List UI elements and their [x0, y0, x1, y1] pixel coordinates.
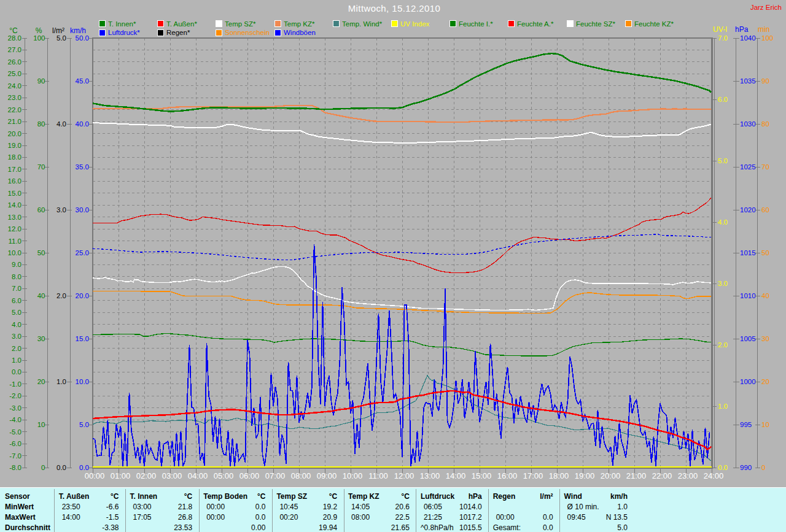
svg-text:Feuchte KZ*: Feuchte KZ*: [634, 20, 674, 28]
svg-text:24.0: 24.0: [8, 82, 21, 90]
svg-text:^0.8hPa/h: ^0.8hPa/h: [421, 523, 454, 532]
svg-text:995: 995: [740, 421, 752, 428]
svg-text:0.0: 0.0: [543, 523, 553, 532]
svg-text:10: 10: [37, 421, 45, 428]
svg-text:Feuchte I.*: Feuchte I.*: [459, 20, 493, 28]
svg-text:990: 990: [740, 464, 752, 471]
svg-text:03:00: 03:00: [133, 503, 152, 511]
svg-text:T. Außen*: T. Außen*: [166, 20, 197, 28]
svg-text:4.0: 4.0: [718, 218, 728, 226]
svg-text:1015.5: 1015.5: [459, 523, 482, 532]
svg-text:13:00: 13:00: [420, 471, 440, 480]
svg-text:-1.0: -1.0: [9, 380, 21, 388]
svg-text:T. Innen*: T. Innen*: [108, 20, 136, 28]
svg-text:27.0: 27.0: [8, 46, 21, 53]
svg-text:20.6: 20.6: [395, 503, 410, 511]
svg-text:Gesamt:: Gesamt:: [493, 523, 521, 532]
svg-text:20.9: 20.9: [323, 513, 338, 522]
svg-text:03:00: 03:00: [162, 471, 182, 480]
svg-text:0.0: 0.0: [79, 464, 89, 471]
svg-text:21:00: 21:00: [626, 471, 647, 480]
svg-text:km/h: km/h: [70, 26, 86, 35]
svg-text:07:00: 07:00: [265, 471, 286, 480]
svg-text:90: 90: [37, 77, 45, 85]
svg-text:00:00: 00:00: [85, 471, 105, 480]
svg-text:5.0: 5.0: [56, 34, 66, 42]
svg-text:Temp KZ*: Temp KZ*: [284, 20, 315, 28]
svg-text:06:00: 06:00: [239, 471, 260, 480]
svg-text:Feuchte A.*: Feuchte A.*: [517, 20, 554, 28]
svg-text:50: 50: [37, 249, 45, 256]
svg-text:7.0: 7.0: [718, 34, 728, 42]
svg-text:3.0: 3.0: [718, 280, 728, 287]
svg-text:6.0: 6.0: [12, 297, 21, 304]
svg-text:Temp Boden: Temp Boden: [203, 492, 247, 501]
svg-text:70: 70: [761, 163, 769, 171]
svg-text:1025: 1025: [740, 163, 756, 171]
svg-text:25.0: 25.0: [76, 249, 89, 256]
svg-text:26.0: 26.0: [8, 58, 21, 66]
svg-text:Luftdruck: Luftdruck: [421, 492, 455, 501]
svg-text:1017.2: 1017.2: [459, 513, 482, 522]
svg-text:Durchschnitt: Durchschnitt: [5, 523, 50, 532]
svg-text:7.0: 7.0: [12, 285, 21, 292]
svg-text:1015: 1015: [740, 249, 756, 256]
svg-text:1000: 1000: [740, 378, 756, 385]
svg-text:05:00: 05:00: [214, 471, 234, 480]
svg-text:2.0: 2.0: [56, 292, 66, 299]
svg-text:5.0: 5.0: [718, 157, 728, 164]
svg-text:1030: 1030: [740, 120, 756, 128]
svg-text:09:00: 09:00: [317, 471, 337, 480]
svg-text:25.0: 25.0: [8, 70, 21, 77]
svg-text:5.0: 5.0: [617, 523, 628, 532]
svg-text:20: 20: [761, 378, 769, 385]
svg-text:0.0: 0.0: [255, 513, 266, 522]
svg-text:26.8: 26.8: [178, 513, 193, 522]
svg-text:18.0: 18.0: [8, 153, 21, 161]
svg-text:Mittwoch, 15.12.2010: Mittwoch, 15.12.2010: [348, 3, 441, 13]
svg-text:-6.6: -6.6: [106, 503, 119, 511]
svg-text:-1.5: -1.5: [106, 513, 119, 522]
svg-text:35.0: 35.0: [76, 163, 89, 171]
svg-text:1.0: 1.0: [56, 378, 66, 385]
svg-text:11.0: 11.0: [8, 237, 21, 245]
svg-text:15.0: 15.0: [76, 335, 89, 342]
svg-text:°C: °C: [401, 492, 410, 501]
svg-text:40: 40: [761, 292, 769, 299]
svg-text:-2.0: -2.0: [9, 392, 21, 399]
svg-text:-7.0: -7.0: [9, 452, 21, 460]
svg-text:Temp SZ: Temp SZ: [276, 492, 307, 501]
svg-text:14.0: 14.0: [8, 201, 21, 209]
svg-text:22.0: 22.0: [8, 106, 21, 114]
svg-text:-8.0: -8.0: [9, 464, 21, 471]
svg-text:-3.0: -3.0: [9, 404, 21, 412]
svg-text:15.0: 15.0: [8, 190, 21, 197]
svg-text:-4.0: -4.0: [9, 416, 21, 423]
svg-text:Regen*: Regen*: [166, 29, 190, 36]
svg-text:5.0: 5.0: [79, 421, 89, 428]
svg-text:19.0: 19.0: [8, 142, 21, 149]
svg-text:°C: °C: [184, 492, 193, 501]
svg-text:Regen: Regen: [493, 492, 516, 501]
svg-text:Windböen: Windböen: [284, 29, 316, 36]
svg-text:0.0: 0.0: [543, 513, 553, 522]
svg-text:06:05: 06:05: [424, 503, 442, 511]
svg-text:Temp KZ: Temp KZ: [348, 492, 379, 501]
svg-text:MinWert: MinWert: [5, 503, 34, 511]
svg-text:00:20: 00:20: [279, 513, 298, 522]
svg-text:50: 50: [761, 249, 769, 256]
svg-text:2.0: 2.0: [12, 345, 21, 352]
svg-text:08:00: 08:00: [291, 471, 311, 480]
svg-text:12:00: 12:00: [394, 471, 414, 480]
svg-text:18:00: 18:00: [549, 471, 569, 480]
svg-text:21.65: 21.65: [391, 523, 410, 532]
svg-text:21.0: 21.0: [8, 118, 21, 125]
svg-text:T. Innen: T. Innen: [130, 492, 158, 501]
svg-text:14:05: 14:05: [351, 503, 370, 511]
svg-text:Temp SZ*: Temp SZ*: [225, 20, 256, 28]
svg-text:20.0: 20.0: [8, 130, 21, 137]
svg-text:°C: °C: [329, 492, 338, 501]
svg-text:l/m²: l/m²: [52, 26, 64, 35]
svg-text:00:00: 00:00: [206, 513, 225, 522]
svg-text:24:00: 24:00: [704, 471, 724, 480]
